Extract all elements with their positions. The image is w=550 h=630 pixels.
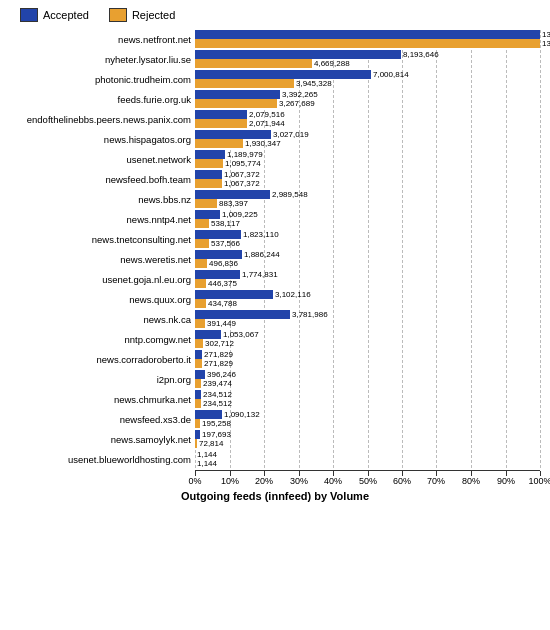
rejected-value-label: 391,449 <box>207 319 236 328</box>
rejected-value-label: 195,258 <box>202 419 231 428</box>
row-label: news.corradoroberto.it <box>10 354 195 365</box>
table-row: i2pn.org396,246239,474 <box>10 370 540 388</box>
bars-wrapper: 1,189,9791,095,774 <box>195 150 540 168</box>
table-row: news.samoylyk.net197,69372,814 <box>10 430 540 448</box>
bars-wrapper: 3,392,2653,267,689 <box>195 90 540 108</box>
accepted-bar <box>195 410 222 419</box>
rejected-value-label: 234,512 <box>203 399 232 408</box>
rejected-value-label: 271,829 <box>204 359 233 368</box>
bars-wrapper: 13,735,57213,733,664 <box>195 30 540 48</box>
table-row: news.corradoroberto.it271,829271,829 <box>10 350 540 368</box>
rejected-value-label: 496,836 <box>209 259 238 268</box>
rejected-value-label: 538,117 <box>211 219 240 228</box>
table-row: newsfeed.bofh.team1,067,3721,067,372 <box>10 170 540 188</box>
row-label: nyheter.lysator.liu.se <box>10 54 195 65</box>
table-row: news.chmurka.net234,512234,512 <box>10 390 540 408</box>
accepted-bar <box>195 370 205 379</box>
rejected-bar <box>195 279 206 288</box>
accepted-value-label: 1,053,067 <box>223 330 259 339</box>
rejected-bar <box>195 239 209 248</box>
rejected-value-label: 537,566 <box>211 239 240 248</box>
accepted-bar <box>195 230 241 239</box>
accepted-bar <box>195 190 270 199</box>
bars-wrapper: 2,079,5162,071,944 <box>195 110 540 128</box>
rejected-value-label: 1,930,347 <box>245 139 281 148</box>
bars-wrapper: 396,246239,474 <box>195 370 540 388</box>
accepted-bar <box>195 430 200 439</box>
rejected-bar <box>195 119 247 128</box>
table-row: news.hispagatos.org3,027,0191,930,347 <box>10 130 540 148</box>
accepted-bar <box>195 50 401 59</box>
table-row: nntp.comgw.net1,053,067302,712 <box>10 330 540 348</box>
x-tick-label: 0% <box>188 476 201 486</box>
rejected-value-label: 72,814 <box>199 439 223 448</box>
rejected-value-label: 3,945,328 <box>296 79 332 88</box>
table-row: usenet.blueworldhosting.com1,1441,144 <box>10 450 540 468</box>
rejected-bar <box>195 159 223 168</box>
accepted-value-label: 1,067,372 <box>224 170 260 179</box>
rejected-bar <box>195 179 222 188</box>
table-row: news.nk.ca3,781,986391,449 <box>10 310 540 328</box>
rejected-bar <box>195 379 201 388</box>
row-label: usenet.network <box>10 154 195 165</box>
rejected-value-label: 302,712 <box>205 339 234 348</box>
bars-wrapper: 7,000,8143,945,328 <box>195 70 540 88</box>
table-row: endofthelinebbs.peers.news.panix.com2,07… <box>10 110 540 128</box>
legend-accepted-label: Accepted <box>43 9 89 21</box>
accepted-value-label: 8,193,646 <box>403 50 439 59</box>
accepted-value-label: 3,027,019 <box>273 130 309 139</box>
table-row: usenet.network1,189,9791,095,774 <box>10 150 540 168</box>
bars-wrapper: 3,027,0191,930,347 <box>195 130 540 148</box>
x-tick-label: 90% <box>497 476 515 486</box>
rejected-value-label: 883,397 <box>219 199 248 208</box>
accepted-value-label: 13,735,572 <box>542 30 550 39</box>
rejected-bar <box>195 359 202 368</box>
accepted-bar <box>195 110 247 119</box>
bars-wrapper: 234,512234,512 <box>195 390 540 408</box>
rejected-value-label: 239,474 <box>203 379 232 388</box>
rejected-bar <box>195 399 201 408</box>
bars-wrapper: 2,989,548883,397 <box>195 190 540 208</box>
row-label: news.samoylyk.net <box>10 434 195 445</box>
x-tick-label: 80% <box>462 476 480 486</box>
accepted-value-label: 3,392,265 <box>282 90 318 99</box>
row-label: newsfeed.xs3.de <box>10 414 195 425</box>
accepted-value-label: 7,000,814 <box>373 70 409 79</box>
accepted-value-label: 1,823,110 <box>243 230 279 239</box>
rejected-bar <box>195 39 540 48</box>
accepted-value-label: 3,781,986 <box>292 310 328 319</box>
legend: Accepted Rejected <box>10 8 540 22</box>
row-label: usenet.blueworldhosting.com <box>10 454 195 465</box>
row-label: usenet.goja.nl.eu.org <box>10 274 195 285</box>
row-label: news.weretis.net <box>10 254 195 265</box>
rejected-bar <box>195 199 217 208</box>
accepted-bar <box>195 70 371 79</box>
row-label: news.bbs.nz <box>10 194 195 205</box>
rejected-value-label: 1,144 <box>197 459 217 468</box>
table-row: news.quux.org3,102,116434,788 <box>10 290 540 308</box>
bars-wrapper: 1,886,244496,836 <box>195 250 540 268</box>
bars-wrapper: 3,102,116434,788 <box>195 290 540 308</box>
accepted-value-label: 1,886,244 <box>244 250 280 259</box>
row-label: news.chmurka.net <box>10 394 195 405</box>
accepted-bar <box>195 170 222 179</box>
legend-rejected-box <box>109 8 127 22</box>
table-row: usenet.goja.nl.eu.org1,774,831446,375 <box>10 270 540 288</box>
accepted-bar <box>195 390 201 399</box>
table-row: news.tnetconsulting.net1,823,110537,566 <box>10 230 540 248</box>
table-row: nyheter.lysator.liu.se8,193,6464,669,288 <box>10 50 540 68</box>
rejected-value-label: 2,071,944 <box>249 119 285 128</box>
rejected-bar <box>195 99 277 108</box>
rejected-value-label: 434,788 <box>208 299 237 308</box>
bars-wrapper: 3,781,986391,449 <box>195 310 540 328</box>
rejected-bar <box>195 439 197 448</box>
x-tick-label: 60% <box>393 476 411 486</box>
rejected-value-label: 13,733,664 <box>542 39 550 48</box>
bars-wrapper: 1,009,225538,117 <box>195 210 540 228</box>
accepted-bar <box>195 210 220 219</box>
row-label: news.hispagatos.org <box>10 134 195 145</box>
x-tick-label: 10% <box>221 476 239 486</box>
accepted-bar <box>195 270 240 279</box>
x-tick-label: 30% <box>290 476 308 486</box>
table-row: news.weretis.net1,886,244496,836 <box>10 250 540 268</box>
